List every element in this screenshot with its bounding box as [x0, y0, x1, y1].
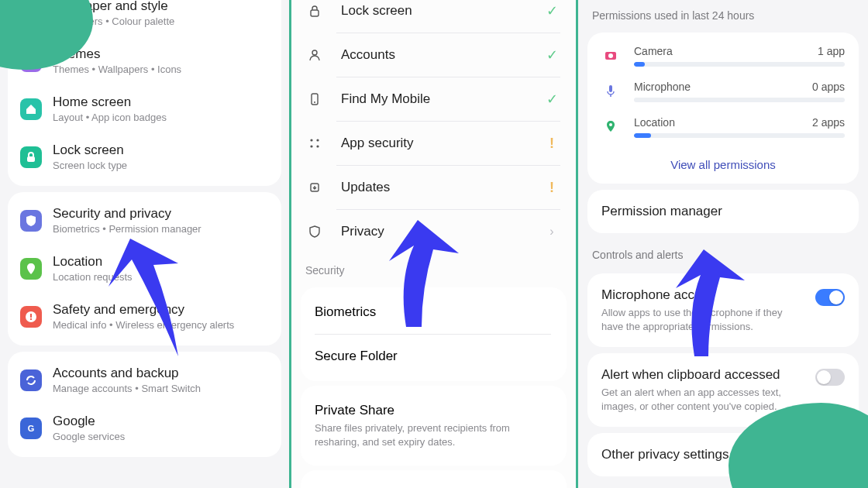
clipboard-alert-subtitle: Get an alert when an app accesses text, …	[601, 386, 806, 413]
sync-icon	[20, 369, 42, 391]
usage-row[interactable]: Location2 apps	[601, 116, 845, 138]
settings-row[interactable]: GGoogleGoogle services	[8, 404, 281, 452]
settings-row-subtitle: Google services	[53, 431, 270, 442]
security-privacy-panel: Lock screen✓Accounts✓Find My Mobile✓App …	[289, 0, 578, 488]
settings-row-title: Google	[53, 414, 270, 429]
account-icon	[305, 46, 324, 64]
privacy-shield-icon	[305, 222, 324, 241]
view-all-permissions-link[interactable]: View all permissions	[601, 152, 845, 174]
permission-manager-row[interactable]: Permission manager	[587, 190, 859, 233]
settings-row[interactable]: Security and privacyBiometrics • Permiss…	[8, 197, 281, 245]
settings-row-title: Themes	[53, 46, 270, 62]
usage-label: Microphone	[634, 81, 691, 93]
lock-outline-icon	[305, 2, 324, 20]
security-card-row[interactable]: Biometrics	[301, 290, 567, 334]
svg-text:G: G	[28, 424, 35, 433]
settings-row[interactable]: Lock screenScreen lock type	[8, 133, 281, 181]
install-unknown-apps-row[interactable]: Install unknown apps	[301, 473, 567, 488]
settings-row-subtitle: Screen lock type	[53, 160, 270, 171]
mic-icon	[601, 81, 620, 98]
private-share-title: Private Share	[315, 403, 553, 418]
permissions-usage-header: Permissions used in last 24 hours	[578, 0, 868, 28]
google-icon: G	[20, 418, 42, 439]
settings-row-title: Home screen	[53, 95, 270, 110]
security-row[interactable]: Find My Mobile✓	[291, 77, 576, 121]
settings-row-subtitle: Themes • Wallpapers • Icons	[53, 64, 270, 75]
clipboard-alert-toggle[interactable]	[815, 369, 845, 386]
settings-row-title: Security and privacy	[53, 206, 270, 222]
security-row-title: Lock screen	[341, 3, 528, 19]
check-icon: ✓	[546, 2, 558, 19]
clipboard-alert-title: Alert when clipboard accessed	[601, 367, 806, 383]
svg-point-14	[316, 145, 319, 147]
settings-row[interactable]: Home screenLayout • App icon badges	[8, 85, 281, 133]
settings-group: Security and privacyBiometrics • Permiss…	[8, 192, 281, 345]
usage-label: Location	[634, 116, 675, 129]
home-icon	[20, 98, 42, 120]
settings-row[interactable]: Accounts and backupManage accounts • Sma…	[8, 356, 281, 404]
settings-row-title: Safety and emergency	[53, 302, 270, 318]
svg-rect-7	[311, 10, 319, 16]
settings-row-title: Lock screen	[53, 143, 270, 158]
usage-count: 1 app	[818, 45, 845, 57]
settings-row-title: Location	[53, 254, 270, 270]
camera-icon	[601, 45, 620, 62]
security-section-header: Security	[291, 253, 576, 283]
usage-bar	[634, 133, 845, 138]
settings-row[interactable]: Safety and emergencyMedical info • Wirel…	[8, 293, 281, 341]
security-card-title: Biometrics	[315, 304, 553, 320]
svg-point-11	[310, 139, 312, 141]
usage-row[interactable]: Microphone0 apps	[601, 81, 845, 102]
shield-icon	[20, 210, 42, 232]
settings-row-subtitle: Layout • App icon badges	[53, 112, 270, 123]
security-row-title: Updates	[341, 180, 528, 195]
updates-icon	[305, 178, 324, 197]
settings-row-subtitle: Medical info • Wireless emergency alerts	[53, 319, 270, 331]
svg-rect-4	[30, 314, 32, 318]
settings-row-subtitle: Manage accounts • Smart Switch	[53, 383, 270, 394]
svg-point-8	[312, 50, 317, 55]
permission-manager-title: Permission manager	[601, 204, 845, 219]
security-row-title: Find My Mobile	[341, 91, 528, 107]
findphone-icon	[305, 90, 324, 108]
security-row-title: Privacy	[341, 224, 528, 239]
security-row[interactable]: Privacy›	[291, 210, 576, 253]
private-share-row[interactable]: Private Share Share files privately, pre…	[301, 389, 567, 462]
warning-icon: !	[549, 180, 554, 196]
security-row[interactable]: Updates!	[291, 166, 576, 209]
security-card-row[interactable]: Secure Folder	[301, 335, 567, 378]
svg-rect-5	[30, 318, 32, 320]
microphone-access-toggle[interactable]	[815, 289, 845, 306]
warning-icon: !	[549, 136, 554, 152]
settings-main-panel: Wallpaper and styleWallpapers • Colour p…	[0, 0, 289, 488]
security-row[interactable]: Accounts✓	[291, 33, 576, 77]
security-row[interactable]: App security!	[291, 122, 576, 165]
location-icon	[20, 258, 42, 280]
svg-rect-2	[27, 156, 35, 162]
settings-row[interactable]: LocationLocation requests	[8, 245, 281, 293]
settings-row-subtitle: Biometrics • Permission manager	[53, 223, 270, 235]
settings-row-subtitle: Location requests	[53, 271, 270, 283]
usage-count: 2 apps	[812, 116, 845, 129]
apps-icon	[305, 134, 324, 153]
microphone-access-row[interactable]: Microphone access Allow apps to use the …	[587, 273, 859, 347]
usage-count: 0 apps	[812, 81, 845, 93]
lock-icon	[20, 146, 42, 168]
usage-row[interactable]: Camera1 app	[601, 45, 845, 67]
chevron-right-icon: ›	[549, 225, 553, 239]
svg-rect-18	[609, 85, 612, 92]
svg-point-13	[310, 145, 312, 147]
svg-point-10	[314, 101, 315, 103]
microphone-access-title: Microphone access	[601, 287, 806, 303]
security-row[interactable]: Lock screen✓	[291, 0, 576, 33]
svg-point-17	[608, 53, 613, 58]
pin-icon	[601, 116, 620, 133]
svg-point-12	[316, 139, 319, 141]
settings-row-title: Accounts and backup	[53, 366, 270, 381]
usage-label: Camera	[634, 45, 673, 57]
private-share-subtitle: Share files privately, prevent recipient…	[315, 421, 553, 448]
usage-bar	[634, 98, 845, 102]
usage-bar	[634, 62, 845, 67]
microphone-access-subtitle: Allow apps to use the microphone if they…	[601, 306, 806, 333]
security-row-title: App security	[341, 136, 528, 151]
